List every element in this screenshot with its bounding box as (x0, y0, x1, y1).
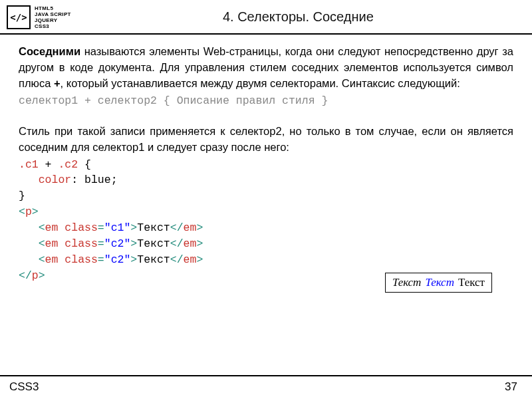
angle-open-slash: </ (170, 221, 184, 234)
angle-open-slash: </ (170, 253, 184, 266)
angle-close: > (130, 221, 137, 234)
prop-value: : blue; (71, 174, 117, 186)
sel-c1: .c1 (19, 158, 39, 171)
page-title: 4. Селекторы. Соседние (71, 5, 525, 25)
logo-line: CSS3 (35, 23, 71, 29)
logo-text: HTML5 JAVA SCRIPT JQUERY CSS3 (35, 5, 71, 29)
eq: = (98, 237, 104, 250)
tag-p: p (25, 205, 32, 218)
val-c2: "c2" (104, 253, 131, 266)
plus-symbol: + (54, 77, 61, 89)
output-text-1: Текст (392, 276, 422, 289)
term-adjacent: Соседними (19, 45, 80, 57)
logo-line: JQUERY (35, 17, 71, 23)
tag-em: em (184, 221, 197, 234)
angle-close: > (39, 269, 45, 282)
angle-open: < (19, 205, 25, 218)
tag-p: p (32, 269, 39, 282)
p1-tail: , который устанавливается между двумя се… (61, 77, 460, 89)
angle-close: > (196, 221, 203, 234)
slide-body: Соседними называются элементы Web-страни… (0, 35, 532, 284)
text-node: Текст (137, 221, 170, 234)
angle-close: > (196, 237, 203, 250)
angle-close: > (196, 253, 203, 266)
code-example: .c1 + .c2 { color: blue; } <p> <em class… (19, 157, 513, 284)
val-c1: "c1" (104, 221, 131, 234)
brace-open: { (78, 158, 91, 171)
code-icon: </> (7, 5, 31, 29)
brace-close: } (19, 190, 25, 202)
val-c2: "c2" (104, 237, 131, 250)
attr-class: class (58, 221, 97, 234)
sel-c2: .c2 (58, 158, 78, 171)
rendered-output: Текст Текст Текст (385, 273, 492, 293)
attr-class: class (58, 253, 97, 266)
angle-open: < (19, 221, 45, 234)
text-node: Текст (137, 237, 170, 250)
plus-op: + (39, 158, 59, 171)
logo-line: JAVA SCRIPT (35, 11, 71, 17)
slide-header: </> HTML5 JAVA SCRIPT JQUERY CSS3 4. Сел… (0, 0, 532, 35)
tag-em: em (184, 253, 197, 266)
angle-close: > (130, 237, 137, 250)
page-number: 37 (505, 380, 517, 394)
prop-color: color (19, 174, 71, 186)
logo: </> HTML5 JAVA SCRIPT JQUERY CSS3 (7, 5, 71, 29)
angle-close: > (32, 205, 39, 218)
angle-open-slash: </ (19, 269, 32, 282)
paragraph-2: Стиль при такой записи применяется к сел… (19, 124, 513, 156)
tag-em: em (45, 221, 59, 234)
angle-open-slash: </ (170, 237, 184, 250)
tag-em: em (45, 253, 59, 266)
paragraph-1: Соседними называются элементы Web-страни… (19, 44, 513, 92)
logo-line: HTML5 (35, 5, 71, 11)
angle-open: < (19, 253, 45, 266)
tag-em: em (184, 237, 197, 250)
syntax-line: селектор1 + селектор2 { Описание правил … (19, 93, 513, 109)
angle-open: < (19, 237, 45, 250)
output-text-3: Текст (458, 276, 485, 289)
slide-footer: CSS3 37 (0, 375, 532, 399)
angle-close: > (130, 253, 137, 266)
text-node: Текст (137, 253, 170, 266)
eq: = (98, 253, 104, 266)
eq: = (98, 221, 104, 234)
attr-class: class (58, 237, 97, 250)
footer-label: CSS3 (9, 380, 39, 394)
output-text-2: Текст (425, 276, 454, 289)
tag-em: em (45, 237, 59, 250)
